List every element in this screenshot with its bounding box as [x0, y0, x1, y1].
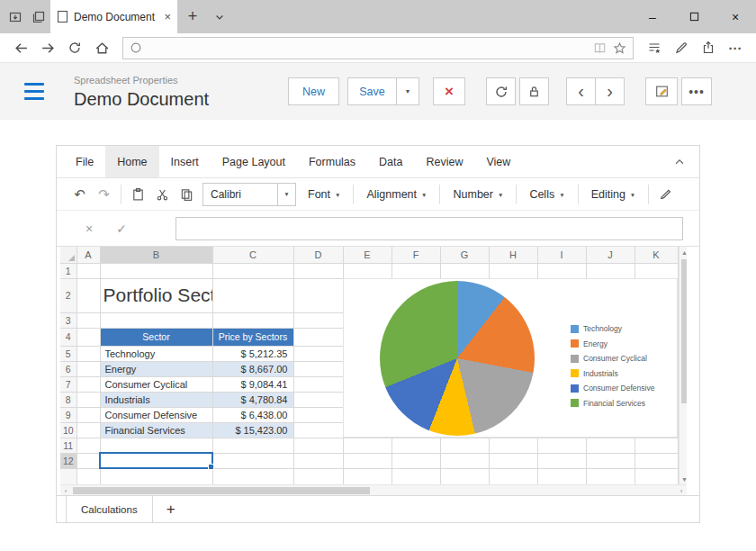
cell-D5[interactable]: [293, 346, 343, 361]
horizontal-scrollbar[interactable]: ‹ ›: [60, 484, 687, 495]
cell-B4[interactable]: Sector: [100, 328, 212, 346]
cell-J1[interactable]: [586, 263, 634, 278]
cell-D3[interactable]: [293, 312, 343, 328]
cell-B2[interactable]: Portfolio Sectors: [100, 278, 212, 312]
vertical-scrollbar[interactable]: ▲ ▼: [679, 247, 688, 484]
cut-icon[interactable]: [150, 182, 175, 206]
row-header-3[interactable]: 3: [60, 312, 76, 328]
confirm-entry-icon[interactable]: ✓: [111, 218, 132, 239]
cell-A7[interactable]: [76, 376, 100, 392]
scroll-up-icon[interactable]: ▲: [680, 247, 688, 257]
copy-icon[interactable]: [175, 182, 199, 206]
cell-F11[interactable]: [392, 438, 440, 453]
cell-H11[interactable]: [489, 438, 537, 453]
horizontal-scroll-thumb[interactable]: [73, 487, 370, 494]
cancel-entry-icon[interactable]: ×: [78, 218, 100, 239]
cell-A6[interactable]: [76, 361, 100, 376]
row-header-7[interactable]: 7: [60, 376, 76, 392]
cell-C8[interactable]: $ 4,780.84: [212, 392, 293, 407]
ribbon-tab-data[interactable]: Data: [367, 146, 414, 177]
col-header-K[interactable]: K: [634, 247, 678, 263]
cell-D7[interactable]: [293, 376, 343, 392]
cell-I1[interactable]: [537, 263, 586, 278]
paste-icon[interactable]: [126, 182, 150, 206]
cell-A3[interactable]: [76, 312, 100, 328]
col-header-I[interactable]: I: [537, 247, 586, 263]
cell-C9[interactable]: $ 6,438.00: [212, 407, 293, 422]
cell-K1[interactable]: [634, 263, 678, 278]
header-more-button[interactable]: •••: [681, 77, 712, 105]
close-document-button[interactable]: ×: [433, 77, 465, 105]
save-dropdown-arrow[interactable]: ▼: [396, 77, 419, 105]
formula-input[interactable]: [176, 217, 683, 240]
site-info-icon[interactable]: [130, 41, 142, 54]
cell-C7[interactable]: $ 9,084.41: [212, 376, 293, 392]
cell-J12[interactable]: [586, 453, 634, 468]
cell-G13[interactable]: [440, 468, 489, 484]
cell-H12[interactable]: [489, 453, 537, 468]
previous-button[interactable]: ‹: [566, 77, 596, 105]
row-header-6[interactable]: 6: [60, 361, 76, 376]
ribbon-tab-page-layout[interactable]: Page Layout: [211, 146, 297, 177]
font-dropdown[interactable]: Font▼: [300, 182, 348, 207]
select-all-corner[interactable]: [60, 247, 76, 263]
ribbon-tab-view[interactable]: View: [474, 146, 522, 177]
format-painter-icon[interactable]: [653, 182, 678, 206]
new-button[interactable]: New: [288, 77, 339, 105]
row-header-1[interactable]: 1: [60, 263, 76, 278]
reload-document-button[interactable]: [486, 77, 516, 105]
col-header-C[interactable]: C: [212, 247, 293, 263]
minimize-button[interactable]: –: [632, 0, 673, 33]
editing-dropdown[interactable]: Editing▼: [583, 182, 644, 207]
cell-G11[interactable]: [440, 438, 489, 453]
cell-F13[interactable]: [392, 468, 440, 484]
refresh-icon[interactable]: [61, 35, 88, 60]
row-header-5[interactable]: 5: [60, 346, 76, 361]
tab-preview-chevron-icon[interactable]: [208, 0, 231, 33]
cell-I12[interactable]: [537, 453, 586, 468]
ribbon-tab-review[interactable]: Review: [414, 146, 474, 177]
cell-A8[interactable]: [76, 392, 100, 407]
col-header-F[interactable]: F: [392, 247, 440, 263]
ribbon-tab-insert[interactable]: Insert: [159, 146, 211, 177]
cell-C5[interactable]: $ 5,212.35: [212, 346, 293, 361]
ribbon-tab-home[interactable]: Home: [105, 146, 158, 177]
undo-icon[interactable]: ↶: [68, 182, 92, 206]
cell-C1[interactable]: [212, 263, 293, 278]
sheet-tab-calculations[interactable]: Calculations: [66, 496, 153, 522]
cell-D8[interactable]: [293, 392, 343, 407]
tabs-set-aside-icon[interactable]: [4, 0, 27, 33]
cell-G1[interactable]: [440, 263, 489, 278]
cell-B10[interactable]: Financial Services: [100, 422, 212, 438]
cell-D4[interactable]: [293, 328, 343, 346]
cell-F12[interactable]: [392, 453, 440, 468]
save-button[interactable]: Save: [347, 77, 397, 105]
cell-B5[interactable]: Technology: [100, 346, 212, 361]
cell-B1[interactable]: [100, 263, 212, 278]
cell-E12[interactable]: [343, 453, 392, 468]
cell-C13[interactable]: [212, 468, 293, 484]
cell-D11[interactable]: [293, 438, 343, 453]
cell-B8[interactable]: Industrials: [100, 392, 212, 407]
cell-K12[interactable]: [634, 453, 678, 468]
number-dropdown[interactable]: Number▼: [445, 182, 511, 207]
cell-A1[interactable]: [76, 263, 100, 278]
browser-tab[interactable]: Demo Document ×: [50, 0, 177, 33]
cell-D2[interactable]: [293, 278, 343, 312]
cell-D1[interactable]: [293, 263, 343, 278]
row-header-12[interactable]: 12: [60, 453, 76, 468]
cell-D13[interactable]: [293, 468, 343, 484]
cell-A10[interactable]: [76, 422, 100, 438]
forward-icon[interactable]: [34, 35, 61, 60]
cell-C10[interactable]: $ 15,423.00: [212, 422, 293, 438]
tab-preview-icon[interactable]: [27, 0, 50, 33]
vertical-scroll-thumb[interactable]: [681, 259, 688, 403]
cell-H13[interactable]: [489, 468, 537, 484]
new-tab-button[interactable]: +: [177, 0, 208, 33]
cell-J13[interactable]: [586, 468, 634, 484]
pie-chart-container[interactable]: Technology Energy Consumer Cyclical Indu…: [343, 278, 678, 438]
row-header-10[interactable]: 10: [60, 422, 76, 438]
cell-A5[interactable]: [76, 346, 100, 361]
col-header-J[interactable]: J: [586, 247, 634, 263]
alignment-dropdown[interactable]: Alignment▼: [358, 182, 435, 207]
